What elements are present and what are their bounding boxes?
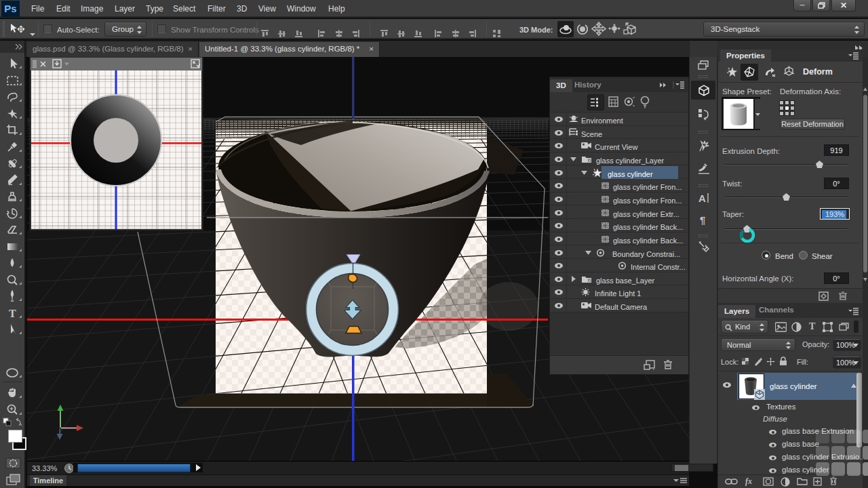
svg-text:A: A: [698, 192, 706, 204]
svg-text:T: T: [9, 308, 16, 319]
svg-text:¶: ¶: [700, 214, 705, 226]
